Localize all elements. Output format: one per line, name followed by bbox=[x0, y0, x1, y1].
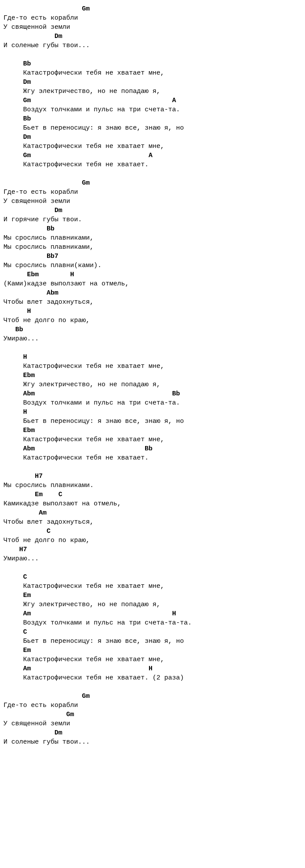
song-chords-text: Gm Где-то есть корабли У священной земли… bbox=[3, 4, 302, 747]
